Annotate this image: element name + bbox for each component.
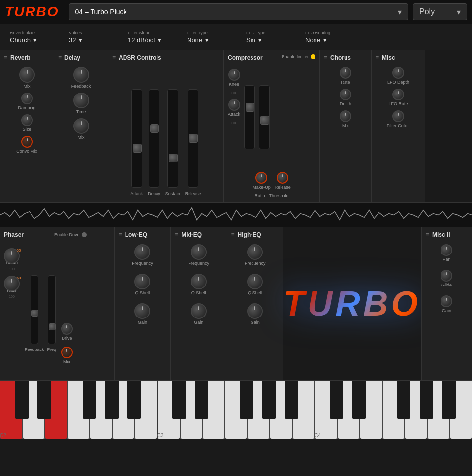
- lfo-routing-value: None: [305, 36, 320, 44]
- low-eq-gain-knob[interactable]: [134, 303, 150, 319]
- piano-key-b4[interactable]: [450, 381, 472, 439]
- preset-selector[interactable]: 04 – Turbo Pluck ▾: [69, 3, 408, 20]
- poly-label: Poly: [419, 7, 435, 16]
- comp-slider-1-thumb[interactable]: [246, 103, 254, 112]
- piano-key-d2[interactable]: [23, 381, 45, 439]
- lfo-routing-selector[interactable]: None ▾: [305, 36, 327, 44]
- piano-keys[interactable]: C2 C3 C4: [0, 381, 472, 439]
- lfo-type-selector[interactable]: Sin ▾: [246, 36, 262, 44]
- piano-key-g4[interactable]: [405, 381, 427, 439]
- mid-eq-qshelf-knob[interactable]: [191, 274, 207, 289]
- high-eq-gain-knob[interactable]: [247, 303, 263, 319]
- chorus-menu-icon[interactable]: ≡: [324, 54, 327, 61]
- misc-lfo-rate-knob[interactable]: [392, 89, 404, 100]
- misc2-pan-knob[interactable]: [441, 244, 452, 256]
- delay-feedback-knob[interactable]: [73, 67, 89, 83]
- high-eq-freq-knob[interactable]: [247, 244, 263, 260]
- phaser-freq-thumb[interactable]: [49, 323, 56, 330]
- reverb-plate-selector[interactable]: Church ▾: [10, 36, 37, 44]
- comp-makeup-knob[interactable]: [255, 172, 267, 184]
- misc-lfo-depth-knob[interactable]: [392, 67, 404, 79]
- reverb-mix-container: Mix: [4, 67, 50, 89]
- piano-key-d3[interactable]: [180, 381, 203, 439]
- phaser-feedback-track[interactable]: [31, 275, 38, 344]
- chorus-depth-container: Depth: [324, 89, 367, 106]
- mid-eq-gain-knob[interactable]: [191, 303, 207, 319]
- piano-key-a3[interactable]: [270, 381, 292, 439]
- adsr-attack-thumb[interactable]: [133, 144, 142, 153]
- low-eq-menu-icon[interactable]: ≡: [119, 231, 122, 238]
- enable-limiter-toggle[interactable]: [311, 54, 315, 59]
- adsr-release-track[interactable]: [188, 89, 198, 188]
- piano-key-f2[interactable]: [67, 381, 90, 439]
- piano-key-c4[interactable]: [315, 381, 338, 439]
- filter-slope-selector[interactable]: 12 dB/oct ▾: [128, 36, 161, 44]
- piano-area: C2 C3 C4: [0, 380, 472, 439]
- piano-key-f3[interactable]: [225, 381, 248, 439]
- comp-slider-2-thumb[interactable]: [260, 116, 269, 125]
- delay-mix-knob[interactable]: [73, 118, 89, 134]
- piano-key-g2[interactable]: [90, 381, 112, 439]
- comp-knee-knob[interactable]: [228, 69, 240, 81]
- piano-key-a2[interactable]: [112, 381, 135, 439]
- adsr-menu-icon[interactable]: ≡: [112, 54, 116, 61]
- high-eq-menu-icon[interactable]: ≡: [231, 231, 235, 238]
- piano-key-e2[interactable]: [45, 381, 67, 439]
- piano-key-d4[interactable]: [338, 381, 360, 439]
- adsr-decay-track[interactable]: [149, 89, 159, 188]
- misc-menu-icon[interactable]: ≡: [376, 54, 379, 61]
- comp-slider-2[interactable]: [259, 85, 270, 149]
- piano-key-a4[interactable]: [427, 381, 450, 439]
- reverb-damping-knob[interactable]: [21, 93, 33, 104]
- delay-menu-icon[interactable]: ≡: [58, 54, 62, 61]
- voices-selector[interactable]: 32 ▾: [69, 36, 82, 44]
- comp-release-container: Release: [275, 172, 291, 190]
- adsr-attack-track[interactable]: [131, 89, 142, 188]
- mid-eq-menu-icon[interactable]: ≡: [175, 231, 178, 238]
- piano-key-e3[interactable]: [202, 381, 225, 439]
- adsr-release-thumb[interactable]: [189, 134, 198, 143]
- mid-eq-gain-container: Gain: [191, 303, 207, 325]
- enable-drive-toggle[interactable]: [82, 232, 87, 237]
- misc2-menu-icon[interactable]: ≡: [426, 231, 429, 238]
- misc2-gain-knob[interactable]: [441, 295, 452, 307]
- comp-release-knob[interactable]: [277, 172, 288, 184]
- delay-time-knob[interactable]: [73, 93, 89, 108]
- phaser-drive-knob[interactable]: [61, 323, 73, 335]
- piano-key-b2[interactable]: [134, 381, 157, 439]
- misc-filter-cutoff-knob[interactable]: [392, 110, 404, 122]
- phaser-feedback-thumb[interactable]: [31, 310, 38, 317]
- comp-attack-knob[interactable]: [228, 99, 240, 111]
- comp-slider-1[interactable]: [244, 85, 255, 149]
- misc2-title: Misc II: [432, 231, 450, 238]
- reverb-convo-knob[interactable]: [21, 136, 33, 148]
- adsr-sustain-thumb[interactable]: [169, 154, 178, 162]
- filter-type-selector[interactable]: None ▾: [187, 36, 209, 44]
- phaser-mix-knob[interactable]: [61, 347, 73, 358]
- reverb-size-knob[interactable]: [21, 114, 33, 126]
- poly-selector[interactable]: Poly ▾: [413, 3, 467, 20]
- high-eq-qshelf-knob[interactable]: [247, 274, 263, 289]
- adsr-decay-thumb[interactable]: [150, 124, 159, 133]
- chorus-depth-knob[interactable]: [340, 89, 351, 100]
- filter-type-group: Filter Type None ▾: [181, 31, 240, 44]
- piano-key-b3[interactable]: [292, 381, 315, 439]
- chorus-mix-knob[interactable]: [340, 110, 351, 122]
- poly-chevron-icon: ▾: [457, 7, 461, 17]
- adsr-sustain-track[interactable]: [167, 89, 178, 188]
- misc2-glide-knob[interactable]: [441, 270, 452, 282]
- low-eq-qshelf-knob[interactable]: [134, 274, 150, 289]
- waveform-area: [0, 203, 472, 227]
- mid-eq-freq-knob[interactable]: [191, 244, 207, 260]
- reverb-mix-knob[interactable]: [19, 67, 35, 83]
- phaser-freq-track[interactable]: [48, 275, 56, 344]
- piano-key-c3[interactable]: [157, 381, 180, 439]
- piano-key-e4[interactable]: [360, 381, 382, 439]
- filter-slope-value: 12 dB/oct: [128, 36, 155, 44]
- piano-key-c2[interactable]: [0, 381, 23, 439]
- chorus-rate-knob[interactable]: [340, 67, 351, 79]
- low-eq-freq-knob[interactable]: [134, 244, 150, 260]
- piano-key-g3[interactable]: [247, 381, 270, 439]
- piano-key-f4[interactable]: [382, 381, 405, 439]
- reverb-menu-icon[interactable]: ≡: [4, 54, 7, 61]
